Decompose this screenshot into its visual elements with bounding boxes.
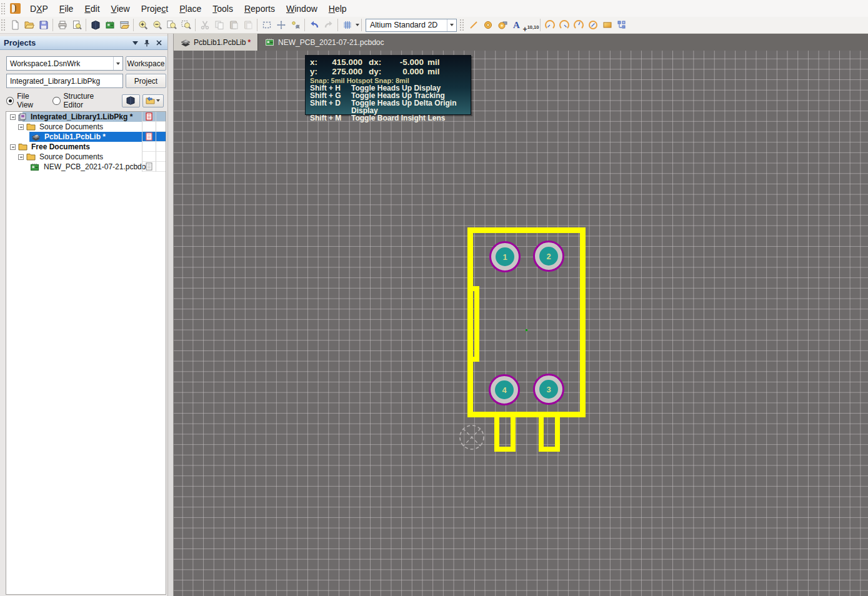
menu-window[interactable]: Window: [281, 1, 323, 17]
undo-icon[interactable]: [307, 18, 321, 32]
menu-tools[interactable]: Tools: [207, 1, 239, 17]
footprint-pin-tab-right[interactable]: [539, 417, 560, 452]
panel-splitter[interactable]: [167, 34, 174, 596]
pad-4[interactable]: 4: [489, 374, 520, 405]
pad-1[interactable]: 1: [489, 241, 521, 272]
hud-shortcut-row: Shift + M Toggle Board Insight Lens: [310, 114, 471, 122]
new-document-icon[interactable]: [7, 18, 22, 32]
snap-grid-icon[interactable]: [340, 18, 354, 32]
tree-item-label[interactable]: Integrated_Library1.LibPkg *: [29, 112, 134, 121]
footprint-pin-tab-left[interactable]: [494, 417, 516, 452]
pcb-editor-canvas[interactable]: x: 415.000 dx: -5.000 mil y: 275.000 dy:…: [174, 51, 868, 596]
place-full-circle-icon[interactable]: [586, 18, 600, 32]
hud-dy-label: dy:: [362, 67, 382, 76]
toolbar-grip[interactable]: [460, 19, 464, 31]
select-area-icon[interactable]: [259, 18, 274, 32]
menu-place[interactable]: Place: [174, 1, 207, 17]
zoom-in-icon[interactable]: [136, 18, 150, 32]
file-view-radio[interactable]: [6, 97, 14, 105]
place-via-icon[interactable]: [495, 18, 509, 32]
structure-editor-radio[interactable]: [52, 97, 60, 105]
toolbar-grip[interactable]: [1, 3, 6, 14]
libpkg-project-icon: [18, 112, 27, 121]
open-project-dropdown-button[interactable]: [142, 94, 164, 107]
menu-dxp[interactable]: DXP: [24, 1, 54, 17]
device-sheet-button[interactable]: [122, 94, 140, 107]
tab-pcblib[interactable]: PcbLib1.PcbLib *: [174, 34, 258, 51]
pad-1-designator: 1: [496, 247, 514, 266]
tree-item-label[interactable]: Source Documents: [37, 122, 105, 131]
workspace-combo[interactable]: Workspace1.DsnWrk: [6, 56, 123, 71]
workspace-combo-caret[interactable]: [113, 57, 122, 70]
menu-project[interactable]: Project: [136, 1, 174, 17]
project-button[interactable]: Project: [126, 74, 166, 88]
open-document-icon[interactable]: [22, 18, 36, 32]
zoom-out-icon[interactable]: [150, 18, 164, 32]
redo-icon[interactable]: [321, 18, 336, 32]
workspace-panels-icon[interactable]: [117, 18, 131, 32]
panel-pin-icon[interactable]: [142, 39, 152, 47]
tree-row-pcbdoc[interactable]: NEW_PCB_2021-07-21.pcbdoc: [6, 162, 166, 172]
clear-selection-icon[interactable]: [288, 18, 302, 32]
tree-row-libpkg[interactable]: Integrated_Library1.LibPkg *: [6, 112, 166, 122]
place-arc-center-icon[interactable]: [557, 18, 571, 32]
pad-3[interactable]: 3: [533, 374, 564, 405]
tree-item-label[interactable]: Source Documents: [37, 152, 105, 161]
tree-row-pcblib[interactable]: PcbLib1.PcbLib *: [6, 132, 166, 142]
pad-2[interactable]: 2: [533, 241, 564, 272]
view-configuration-caret[interactable]: [447, 19, 456, 31]
place-coordinate-icon[interactable]: +10,10: [524, 18, 538, 32]
collapse-icon[interactable]: [10, 144, 16, 150]
tree-item-label[interactable]: PcbLib1.PcbLib *: [42, 132, 107, 141]
paste-special-icon[interactable]: [241, 18, 255, 32]
device-view-icon[interactable]: [88, 18, 102, 32]
project-row: Integrated_Library1.LibPkg Project: [6, 74, 166, 88]
cut-icon[interactable]: [197, 18, 212, 32]
view-configuration-combo[interactable]: Altium Standard 2D: [366, 19, 457, 32]
folder-icon: [18, 143, 27, 151]
project-tree: Integrated_Library1.LibPkg * Source Docu…: [6, 111, 166, 595]
print-icon[interactable]: [55, 18, 69, 32]
snap-grid-dropdown-caret[interactable]: [356, 24, 359, 26]
tab-pcbdoc[interactable]: NEW_PCB_2021-07-21.pcbdoc: [258, 34, 391, 51]
paste-array-icon[interactable]: [614, 18, 629, 32]
tree-row-source-documents[interactable]: Source Documents: [6, 122, 166, 132]
place-pad-icon[interactable]: [481, 18, 495, 32]
panel-menu-caret-icon[interactable]: [130, 39, 140, 47]
panel-close-icon[interactable]: [154, 39, 164, 47]
workspace-button[interactable]: Workspace: [126, 56, 166, 71]
save-icon[interactable]: [36, 18, 51, 32]
place-string-icon[interactable]: A: [509, 18, 524, 32]
menu-reports[interactable]: Reports: [239, 1, 281, 17]
menu-edit[interactable]: Edit: [79, 1, 105, 17]
move-selection-icon[interactable]: [274, 18, 288, 32]
place-arc-edge-icon[interactable]: [542, 18, 557, 32]
menu-help[interactable]: Help: [323, 1, 352, 17]
tree-row-source-documents-free[interactable]: Source Documents: [6, 152, 166, 162]
copy-icon[interactable]: [212, 18, 226, 32]
pad-2-designator: 2: [539, 247, 558, 266]
toolbar-separator: [52, 19, 53, 31]
footprint-side-notch-outline[interactable]: [467, 286, 479, 362]
tree-item-label[interactable]: Free Documents: [29, 142, 92, 151]
place-fill-icon[interactable]: [600, 18, 614, 32]
place-line-icon[interactable]: [466, 18, 481, 32]
toolbar-grip[interactable]: [1, 19, 6, 31]
menu-file[interactable]: File: [54, 1, 79, 17]
menu-bar: DXP File Edit View Project Place Tools R…: [0, 0, 868, 17]
project-field[interactable]: Integrated_Library1.LibPkg: [6, 74, 123, 88]
pcb-board-icon[interactable]: [102, 18, 117, 32]
collapse-icon[interactable]: [18, 154, 24, 160]
tree-row-free-documents[interactable]: Free Documents: [6, 142, 166, 152]
tree-item-label[interactable]: NEW_PCB_2021-07-21.pcbdoc: [42, 162, 151, 171]
zoom-selection-icon[interactable]: [179, 18, 193, 32]
collapse-icon[interactable]: [10, 114, 16, 120]
zoom-region-icon[interactable]: [164, 18, 179, 32]
footprint-body-outline[interactable]: [467, 227, 586, 417]
menu-view[interactable]: View: [106, 1, 136, 17]
place-arc-angles-icon[interactable]: [571, 18, 586, 32]
print-preview-icon[interactable]: [69, 18, 84, 32]
altium-dxp-logo-icon[interactable]: [10, 3, 21, 14]
paste-icon[interactable]: [226, 18, 241, 32]
collapse-icon[interactable]: [18, 124, 24, 130]
